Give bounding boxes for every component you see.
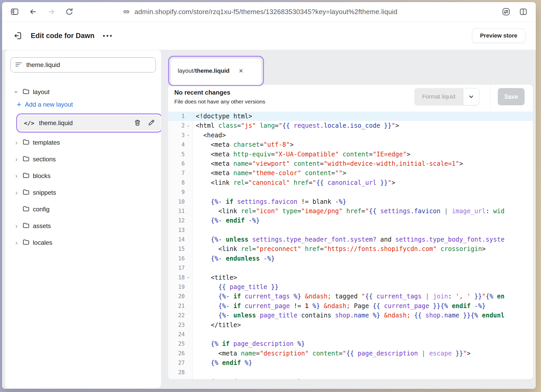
fold-gutter <box>185 292 193 301</box>
code-line[interactable]: 16 {%- endunless -%} <box>168 254 533 263</box>
sidebar-item-snippets[interactable]: › snippets <box>5 187 161 198</box>
fold-chevron-icon[interactable]: › <box>185 131 193 140</box>
code-line[interactable]: 23 </title> <box>168 320 533 330</box>
chevron-right-icon[interactable]: › <box>14 139 19 146</box>
sidebar-item-templates[interactable]: › templates <box>5 137 161 148</box>
line-number: 5 <box>168 150 185 159</box>
chevron-right-icon[interactable]: › <box>14 156 19 163</box>
code-line[interactable]: 29 {% render 'meta-tags' %} <box>168 377 533 379</box>
code-line[interactable]: 5 <meta http-equiv="X-UA-Compatible" con… <box>168 150 533 159</box>
code-line[interactable]: 1<!doctype html> <box>168 112 533 121</box>
code-text: <meta name="description" content="{{ pag… <box>193 349 533 358</box>
preview-store-button[interactable]: Preview store <box>472 28 525 43</box>
fold-gutter <box>185 254 193 263</box>
chevron-down-icon[interactable]: › <box>13 89 20 95</box>
format-options-button[interactable] <box>463 88 479 105</box>
folder-icon <box>22 222 30 230</box>
filter-icon <box>15 61 22 69</box>
sidebar-item-assets[interactable]: › assets <box>5 220 161 232</box>
code-line[interactable]: 25 {% if page_description %} <box>168 339 533 348</box>
code-text: </title> <box>193 320 533 330</box>
code-line[interactable]: 26 <meta name="description" content="{{ … <box>168 349 533 358</box>
sidebar-item-config[interactable]: config <box>5 204 161 215</box>
address-bar[interactable]: admin.shopify.com/store/rzq1xu-f5/themes… <box>122 2 397 21</box>
exit-icon[interactable] <box>14 31 23 40</box>
code-text: {{ page_title }} <box>193 282 533 292</box>
code-text <box>193 368 533 377</box>
sidebar-item-blocks[interactable]: › blocks <box>5 170 161 182</box>
sidebar-item-label: blocks <box>33 172 51 180</box>
code-line[interactable]: 19 {{ page_title }} <box>168 282 533 292</box>
code-line[interactable]: 6 <meta name="viewport" content="width=d… <box>168 159 533 168</box>
code-line[interactable]: 9 <box>168 187 533 197</box>
file-sidebar: theme.liquid › layout + Add a new layout… <box>5 50 161 388</box>
code-line[interactable]: 2›<html class="js" lang="{{ request.loca… <box>168 121 533 130</box>
save-button[interactable]: Save <box>498 88 525 105</box>
code-line[interactable]: 20 {%- if current_tags %} &ndash; tagged… <box>168 292 533 301</box>
code-line[interactable]: 15 <link rel="preconnect" href="https://… <box>168 244 533 254</box>
code-area[interactable]: 1<!doctype html>2›<html class="js" lang=… <box>168 109 533 379</box>
line-number: 14 <box>168 235 185 244</box>
back-icon[interactable] <box>27 6 39 17</box>
code-line[interactable]: 8 <link rel="canonical" href="{{ canonic… <box>168 178 533 187</box>
code-line[interactable]: 12 {%- endif -%} <box>168 216 533 225</box>
chevron-right-icon[interactable]: › <box>14 239 19 246</box>
fold-gutter <box>185 235 193 244</box>
editor-panel: No recent changes File does not have any… <box>168 85 533 379</box>
format-liquid-button[interactable]: Format liquid <box>414 88 463 105</box>
fold-chevron-icon[interactable]: › <box>185 121 193 130</box>
code-line[interactable]: 4 <meta charset="utf-8"> <box>168 140 533 149</box>
sidebar-item-label: templates <box>33 139 60 146</box>
code-text <box>193 187 533 197</box>
sidebar-item-label: assets <box>33 222 51 230</box>
code-line[interactable]: 13 <box>168 225 533 235</box>
file-actions <box>134 119 155 127</box>
code-line[interactable]: 22 {%- unless page_title contains shop.n… <box>168 311 533 320</box>
forward-icon[interactable] <box>46 6 57 17</box>
fold-gutter <box>185 216 193 225</box>
code-text: {%- if current_page != 1 %} &ndash; Page… <box>193 301 533 311</box>
close-icon[interactable]: × <box>239 68 243 75</box>
sidebar-item-layout[interactable]: › layout <box>5 86 161 98</box>
editor-actions: Format liquid Save <box>414 85 533 109</box>
file-search-input[interactable]: theme.liquid <box>10 57 156 72</box>
code-line[interactable]: 27 {% endif %} <box>168 358 533 368</box>
code-line[interactable]: 7 <meta name="theme-color" content=""> <box>168 168 533 178</box>
chevron-right-icon[interactable]: › <box>14 223 19 229</box>
tab-path-prefix: layout/ <box>178 68 195 74</box>
sidebar-item-locales[interactable]: › locales <box>5 237 161 248</box>
code-line[interactable]: 14 {%- unless settings.type_header_font.… <box>168 235 533 244</box>
fold-chevron-icon[interactable]: › <box>185 273 193 282</box>
browser-sidebar-toggle-icon[interactable] <box>9 6 20 17</box>
page-settings-icon[interactable] <box>500 6 512 17</box>
fold-gutter <box>185 225 193 235</box>
code-line[interactable]: 17 <box>168 263 533 273</box>
code-line[interactable]: 3› <head> <box>168 131 533 140</box>
code-line[interactable]: 21 {%- if current_page != 1 %} &ndash; P… <box>168 301 533 311</box>
code-line[interactable]: 18› <title> <box>168 273 533 282</box>
tab-theme-liquid[interactable]: layout/theme.liquid × <box>171 59 261 85</box>
code-line[interactable]: 10 {%- if settings.favicon != blank -%} <box>168 197 533 206</box>
add-new-layout-link[interactable]: + Add a new layout <box>5 99 161 110</box>
reload-icon[interactable] <box>64 6 75 17</box>
line-number: 23 <box>168 320 185 330</box>
code-text: <link rel="icon" type="image/png" href="… <box>193 206 533 216</box>
line-number: 22 <box>168 311 185 320</box>
split-view-icon[interactable] <box>518 6 529 17</box>
content-area: theme.liquid › layout + Add a new layout… <box>2 50 536 389</box>
more-actions-icon[interactable]: ••• <box>103 32 113 39</box>
code-text: <link rel="canonical" href="{{ canonical… <box>193 178 533 187</box>
code-line[interactable]: 11 <link rel="icon" type="image/png" hre… <box>168 206 533 216</box>
trash-icon[interactable] <box>134 119 141 127</box>
chevron-right-icon[interactable]: › <box>14 173 19 179</box>
chevron-right-icon[interactable]: › <box>14 189 19 196</box>
rename-icon[interactable] <box>148 119 155 127</box>
sidebar-item-theme-liquid[interactable]: </> theme.liquid <box>18 115 161 131</box>
sidebar-item-sections[interactable]: › sections <box>5 154 161 165</box>
folder-icon <box>22 238 30 247</box>
line-number: 29 <box>168 377 185 379</box>
code-line[interactable]: 24 <box>168 330 533 339</box>
line-number: 26 <box>168 349 185 358</box>
code-line[interactable]: 28 <box>168 368 533 377</box>
fold-gutter <box>185 140 193 149</box>
